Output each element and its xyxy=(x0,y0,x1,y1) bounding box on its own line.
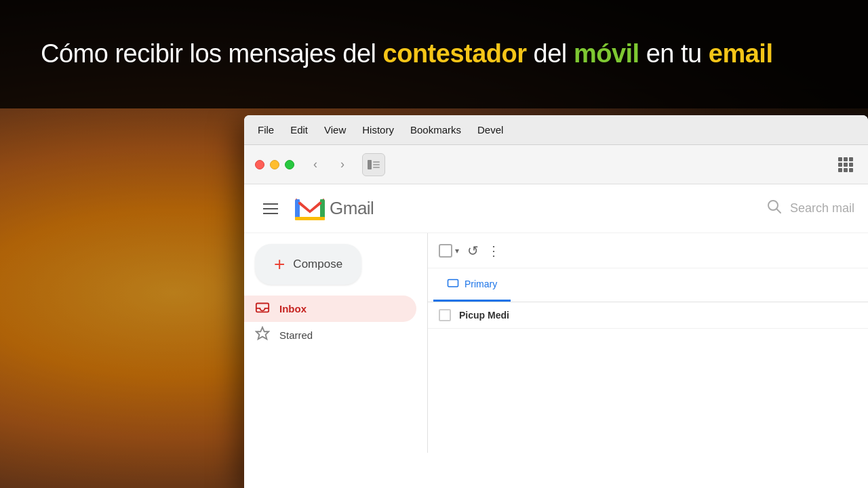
apps-grid-button[interactable] xyxy=(834,153,857,176)
sidebar-item-inbox[interactable]: Inbox xyxy=(244,296,416,322)
refresh-button[interactable]: ↺ xyxy=(467,243,479,259)
gmail-sidebar: + Compose Inbox xyxy=(244,233,427,453)
compose-plus-icon: + xyxy=(274,255,285,274)
back-button[interactable]: ‹ xyxy=(305,155,326,175)
star-icon xyxy=(255,326,270,344)
title-highlight-contestador: contestador xyxy=(383,39,527,68)
starred-label: Starred xyxy=(279,329,313,341)
gmail-email-list: ▾ ↺ ⋮ Primary xyxy=(427,233,868,453)
forward-button[interactable]: › xyxy=(332,155,353,175)
svg-rect-8 xyxy=(295,217,325,220)
gmail-header: Gmail Search mail xyxy=(244,184,868,233)
email-checkbox[interactable] xyxy=(439,309,451,321)
menu-devel[interactable]: Devel xyxy=(477,124,503,136)
back-icon: ‹ xyxy=(313,157,317,171)
menu-view[interactable]: View xyxy=(324,124,346,136)
select-dropdown-button[interactable]: ▾ xyxy=(455,246,459,256)
gmail-search-area[interactable]: Search mail xyxy=(767,199,854,218)
search-icon-svg xyxy=(767,199,782,214)
menu-edit[interactable]: Edit xyxy=(290,124,308,136)
svg-rect-13 xyxy=(448,279,458,287)
hamburger-line-3 xyxy=(263,213,278,214)
browser-window: File Edit View History Bookmarks Devel ‹… xyxy=(244,115,868,488)
title-highlight-movil: móvil xyxy=(574,39,639,68)
svg-rect-7 xyxy=(321,200,325,218)
gmail-main: + Compose Inbox xyxy=(244,233,868,453)
primary-tab-label: Primary xyxy=(465,279,497,289)
title-highlight-email: email xyxy=(709,39,773,68)
browser-chrome: ‹ › xyxy=(244,145,868,184)
close-button[interactable] xyxy=(255,160,264,169)
hamburger-line-2 xyxy=(263,208,278,209)
search-icon xyxy=(767,199,782,218)
menu-history[interactable]: History xyxy=(362,124,394,136)
inbox-icon xyxy=(255,300,270,318)
sidebar-toggle-icon xyxy=(368,160,380,169)
primary-tab-icon xyxy=(447,277,459,292)
gmail-wordmark: Gmail xyxy=(330,198,374,219)
tab-primary[interactable]: Primary xyxy=(433,268,511,302)
sidebar-toggle-button[interactable] xyxy=(362,153,385,176)
forward-icon: › xyxy=(340,157,344,171)
title-en-tu: en tu xyxy=(646,39,702,68)
select-all-checkbox[interactable] xyxy=(439,244,452,258)
gmail-logo: Gmail xyxy=(294,197,374,221)
gmail-toolbar: ▾ ↺ ⋮ xyxy=(428,233,868,268)
svg-rect-3 xyxy=(373,167,380,168)
hamburger-line-1 xyxy=(263,203,278,205)
gmail-m-icon xyxy=(294,197,326,221)
gmail-content: Gmail Search mail + xyxy=(244,184,868,488)
svg-line-10 xyxy=(776,209,781,213)
svg-rect-6 xyxy=(295,200,298,218)
hamburger-menu-button[interactable] xyxy=(258,198,283,220)
inbox-label: Inbox xyxy=(279,303,307,314)
title-bar: Cómo recibir los mensajes del contestado… xyxy=(0,0,868,108)
grid-dots-icon xyxy=(838,157,853,172)
title-del-1: del xyxy=(534,39,567,68)
menu-bookmarks[interactable]: Bookmarks xyxy=(410,124,461,136)
compose-button[interactable]: + Compose xyxy=(255,244,361,285)
menu-file[interactable]: File xyxy=(258,124,274,136)
title-plain-1: Cómo recibir los mensajes del xyxy=(41,39,376,68)
maximize-button[interactable] xyxy=(285,160,294,169)
mac-menu-bar: File Edit View History Bookmarks Devel xyxy=(244,115,868,145)
svg-rect-0 xyxy=(368,160,372,169)
compose-label: Compose xyxy=(293,258,342,271)
svg-rect-1 xyxy=(373,161,380,163)
traffic-lights xyxy=(255,160,294,169)
more-options-button[interactable]: ⋮ xyxy=(487,243,501,259)
svg-rect-2 xyxy=(373,164,380,165)
search-mail-placeholder[interactable]: Search mail xyxy=(790,201,854,216)
email-sender-0: Picup Medi xyxy=(459,310,540,321)
email-row-0[interactable]: Picup Medi xyxy=(428,302,868,329)
gmail-tabs: Primary xyxy=(428,268,868,302)
minimize-button[interactable] xyxy=(270,160,279,169)
svg-marker-12 xyxy=(256,327,269,339)
title-text: Cómo recibir los mensajes del contestado… xyxy=(41,37,772,70)
sidebar-item-starred[interactable]: Starred xyxy=(244,322,416,348)
